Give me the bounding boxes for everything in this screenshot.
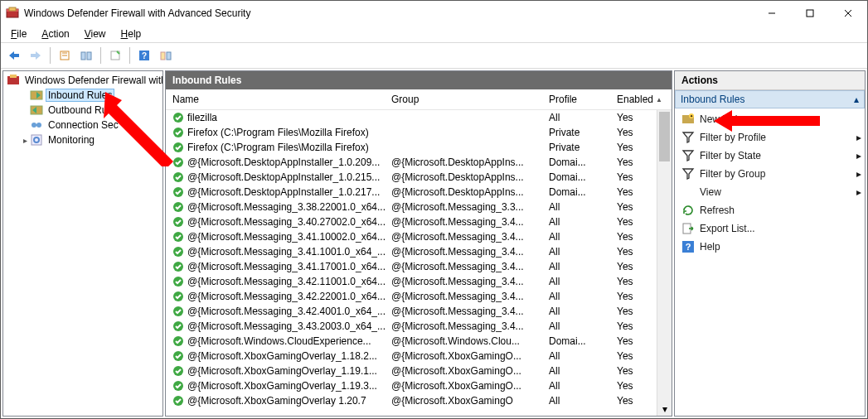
action-new-rule[interactable]: ✦New Rule...: [675, 110, 865, 128]
tree-item-connection-sec[interactable]: Connection Sec: [5, 118, 162, 132]
allow-icon: [172, 127, 184, 138]
menu-help[interactable]: Help: [114, 27, 148, 41]
toolbar-button-1[interactable]: [55, 46, 75, 65]
rule-row[interactable]: @{Microsoft.Messaging_3.41.17001.0_x64..…: [166, 259, 672, 274]
rule-name: @{Microsoft.DesktopAppInstaller_1.0.215.…: [187, 171, 380, 183]
menu-file[interactable]: File: [4, 27, 33, 41]
list-header: Inbound Rules: [166, 71, 672, 89]
rule-row[interactable]: @{Microsoft.Messaging_3.43.2003.0_x64_..…: [166, 319, 672, 334]
tree-item-icon: [30, 89, 43, 102]
rule-row[interactable]: Firefox (C:\Program Files\Mozilla Firefo…: [166, 125, 672, 140]
expand-icon[interactable]: ▸: [20, 136, 30, 145]
maximize-button[interactable]: [791, 1, 829, 26]
forward-button[interactable]: [26, 46, 46, 65]
action-filter-state[interactable]: Filter by State▸: [675, 147, 865, 165]
tree-item-monitoring[interactable]: ▸Monitoring: [5, 132, 162, 147]
rule-row[interactable]: @{Microsoft.Messaging_3.38.22001.0_x64..…: [166, 200, 672, 214]
minimize-button[interactable]: [753, 1, 791, 26]
rule-row[interactable]: @{Microsoft.XboxGamingOverlay_1.19.3...@…: [166, 378, 672, 393]
rule-row[interactable]: @{Microsoft.DesktopAppInstaller_1.0.215.…: [166, 170, 672, 185]
allow-icon: [172, 216, 184, 228]
vertical-scrollbar[interactable]: ▴ ▾: [657, 110, 672, 416]
rule-name: @{Microsoft.Messaging_3.41.17001.0_x64..…: [187, 261, 385, 272]
rule-row[interactable]: @{Microsoft.Messaging_3.40.27002.0_x64..…: [166, 214, 672, 229]
actions-pane: Actions Inbound Rules ▴ ✦New Rule...Filt…: [674, 70, 866, 417]
allow-icon: [172, 246, 184, 258]
nav-pane: Windows Defender Firewall witl Inbound R…: [2, 70, 163, 417]
rule-row[interactable]: @{Microsoft.Messaging_3.42.4001.0_x64_..…: [166, 304, 672, 319]
actions-list: ✦New Rule...Filter by Profile▸Filter by …: [675, 108, 865, 258]
tree-item-outbound-rule[interactable]: Outbound Rule: [5, 103, 162, 118]
action-label: Help: [700, 241, 720, 253]
rule-row[interactable]: @{Microsoft.DesktopAppInstaller_1.0.217.…: [166, 185, 672, 200]
filter-icon: [681, 167, 695, 181]
rule-group: @{Microsoft.DesktopAppIns...: [385, 171, 542, 183]
rule-row[interactable]: @{Microsoft.Messaging_3.42.22001.0_x64..…: [166, 289, 672, 304]
tree-item-icon: [30, 104, 43, 117]
rule-row[interactable]: @{Microsoft.XboxGamingOverlay 1.20.7@{Mi…: [166, 393, 672, 408]
back-button[interactable]: [4, 46, 24, 65]
rule-name: @{Microsoft.Messaging_3.43.2003.0_x64_..…: [187, 320, 385, 332]
rule-row[interactable]: filezillaAllYes: [166, 110, 672, 125]
rule-profile: All: [542, 306, 610, 317]
scroll-thumb[interactable]: [659, 112, 670, 161]
rule-profile: All: [542, 365, 610, 377]
allow-icon: [172, 306, 184, 317]
action-help[interactable]: ?Help: [675, 238, 865, 256]
close-button[interactable]: [829, 1, 867, 26]
tree-item-inbound-rules[interactable]: Inbound Rules: [5, 88, 162, 103]
action-label: New Rule...: [700, 113, 751, 125]
action-view[interactable]: View▸: [675, 183, 865, 201]
rule-group: @{Microsoft.Messaging_3.4...: [385, 246, 542, 258]
rule-profile: All: [542, 231, 610, 243]
tree-root[interactable]: Windows Defender Firewall witl: [5, 73, 162, 88]
rule-profile: Domai...: [542, 186, 610, 198]
action-filter-group[interactable]: Filter by Group▸: [675, 165, 865, 183]
rule-name: @{Microsoft.DesktopAppInstaller_1.0.209.…: [187, 157, 380, 168]
rule-name: @{Microsoft.Messaging_3.42.22001.0_x64..…: [187, 291, 385, 302]
tree-item-icon: [30, 133, 43, 147]
actions-section-header[interactable]: Inbound Rules ▴: [675, 90, 865, 108]
svg-rect-13: [161, 52, 165, 60]
menu-action[interactable]: Action: [35, 27, 75, 41]
scroll-down-icon[interactable]: ▾: [657, 402, 672, 416]
action-export[interactable]: Export List...: [675, 219, 865, 238]
toolbar-button-2[interactable]: [76, 46, 96, 65]
rule-name: @{Microsoft.XboxGamingOverlay_1.18.2...: [187, 350, 377, 362]
rule-group: @{Microsoft.Messaging_3.4...: [385, 291, 542, 302]
action-refresh[interactable]: Refresh: [675, 201, 865, 219]
rule-name: @{Microsoft.XboxGamingOverlay 1.20.7: [187, 395, 366, 407]
rule-profile: All: [542, 201, 610, 213]
help-icon: ?: [681, 240, 695, 253]
col-name[interactable]: Name: [166, 94, 385, 105]
col-group[interactable]: Group: [385, 94, 542, 105]
rule-name: @{Microsoft.Windows.CloudExperience...: [187, 335, 371, 347]
col-enabled[interactable]: Enabled▲: [610, 94, 672, 105]
toolbar-button-3[interactable]: [105, 46, 125, 65]
tree-root-label: Windows Defender Firewall witl: [23, 75, 162, 86]
rule-group: @{Microsoft.DesktopAppIns...: [385, 186, 542, 198]
rule-row[interactable]: @{Microsoft.XboxGamingOverlay_1.18.2...@…: [166, 349, 672, 364]
col-profile[interactable]: Profile: [542, 94, 610, 105]
rule-row[interactable]: @{Microsoft.XboxGamingOverlay_1.19.1...@…: [166, 364, 672, 378]
svg-rect-14: [167, 52, 171, 60]
toolbar-button-4[interactable]: [156, 46, 176, 65]
svg-rect-2: [9, 7, 16, 11]
rule-name: @{Microsoft.Messaging_3.40.27002.0_x64..…: [187, 216, 385, 228]
allow-icon: [172, 201, 184, 213]
rule-row[interactable]: @{Microsoft.Messaging_3.41.10002.0_x64..…: [166, 229, 672, 244]
rule-row[interactable]: @{Microsoft.DesktopAppInstaller_1.0.209.…: [166, 155, 672, 170]
rule-row[interactable]: @{Microsoft.Messaging_3.41.1001.0_x64_..…: [166, 244, 672, 259]
svg-rect-16: [10, 75, 17, 78]
menu-view[interactable]: View: [78, 27, 113, 41]
rule-group: @{Microsoft.Windows.Clou...: [385, 335, 542, 347]
rule-row[interactable]: Firefox (C:\Program Files\Mozilla Firefo…: [166, 140, 672, 155]
action-filter-profile[interactable]: Filter by Profile▸: [675, 128, 865, 147]
divider: [100, 47, 101, 64]
rule-profile: Private: [542, 142, 610, 153]
rule-profile: All: [542, 350, 610, 362]
rule-row[interactable]: @{Microsoft.Messaging_3.42.11001.0_x64..…: [166, 274, 672, 289]
rule-row[interactable]: @{Microsoft.Windows.CloudExperience...@{…: [166, 334, 672, 349]
help-button[interactable]: ?: [134, 46, 154, 65]
svg-text:✦: ✦: [690, 113, 693, 118]
